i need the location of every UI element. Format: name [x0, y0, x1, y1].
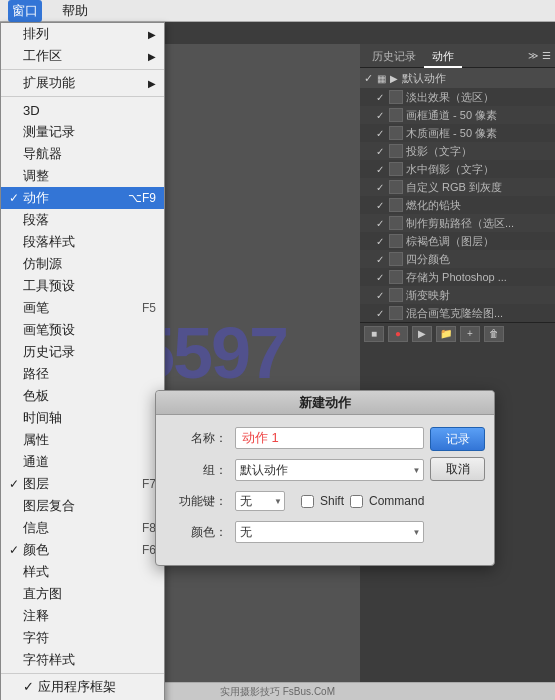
menu-item-char-style[interactable]: 字符样式: [1, 649, 164, 671]
new-action-dialog: 新建动作 名称： 组： 默认动作: [155, 390, 495, 566]
hotkey-row: 功能键： 无 ▼ Shift Command: [172, 491, 424, 511]
separator: [1, 96, 164, 97]
menu-item-history[interactable]: 历史记录: [1, 341, 164, 363]
tab-actions[interactable]: 动作: [424, 44, 462, 68]
menu-item-layers[interactable]: ✓ 图层 F7: [1, 473, 164, 495]
list-item[interactable]: ✓四分颜色: [360, 250, 555, 268]
hotkey-label: 功能键：: [172, 493, 227, 510]
folder-btn[interactable]: 📁: [436, 326, 456, 342]
menu-item-actions[interactable]: ✓ 动作 ⌥F9: [1, 187, 164, 209]
dialog-title: 新建动作: [156, 391, 494, 415]
shift-label: Shift: [320, 494, 344, 508]
menu-item-paths[interactable]: 路径: [1, 363, 164, 385]
shift-checkbox[interactable]: [301, 495, 314, 508]
menu-item-app-frame[interactable]: ✓ 应用程序框架: [1, 676, 164, 698]
menu-item-channels[interactable]: 通道: [1, 451, 164, 473]
hotkey-select[interactable]: 无: [235, 491, 285, 511]
panel-tab-icons: ≫ ☰: [528, 50, 551, 61]
bottom-credit: 实用摄影技巧 FsBus.CoM: [220, 685, 335, 699]
menu-bar: 窗口 帮助: [0, 0, 555, 22]
dialog-main-row: 名称： 组： 默认动作 ▼: [172, 427, 478, 553]
menu-item-clone-src[interactable]: 仿制源: [1, 253, 164, 275]
list-item[interactable]: ✓制作剪贴路径（选区...: [360, 214, 555, 232]
menu-item-parastyle[interactable]: 段落样式: [1, 231, 164, 253]
list-item[interactable]: ✓投影（文字）: [360, 142, 555, 160]
dialog-btn-col: 记录 取消: [430, 427, 485, 481]
actions-list: ✓淡出效果（选区） ✓画框通道 - 50 像素 ✓木质画框 - 50 像素 ✓投…: [360, 88, 555, 322]
list-item[interactable]: ✓棕褐色调（图层）: [360, 232, 555, 250]
record-action-btn[interactable]: 记录: [430, 427, 485, 451]
list-item[interactable]: ✓存储为 Photoshop ...: [360, 268, 555, 286]
group-select[interactable]: 默认动作: [235, 459, 424, 481]
menu-item-tool-preset[interactable]: 工具预设: [1, 275, 164, 297]
new-btn[interactable]: +: [460, 326, 480, 342]
menu-item-workspace[interactable]: 工作区 ▶: [1, 45, 164, 67]
group-label: 组：: [172, 462, 227, 479]
cancel-btn[interactable]: 取消: [430, 457, 485, 481]
dialog-fields: 名称： 组： 默认动作 ▼: [172, 427, 424, 553]
menu-item-notes[interactable]: 注释: [1, 605, 164, 627]
menu-item-swatches[interactable]: 色板: [1, 385, 164, 407]
color-label: 颜色：: [172, 524, 227, 541]
color-row: 颜色： 无 ▼: [172, 521, 424, 543]
record-btn[interactable]: ●: [388, 326, 408, 342]
group-select-wrapper: 默认动作 ▼: [235, 459, 424, 481]
menu-item-brush-preset[interactable]: 画笔预设: [1, 319, 164, 341]
menu-item-brush[interactable]: 画笔 F5: [1, 297, 164, 319]
menu-item-measure[interactable]: 测量记录: [1, 121, 164, 143]
menu-item-color[interactable]: ✓ 颜色 F6: [1, 539, 164, 561]
dropdown-menu: 排列 ▶ 工作区 ▶ 扩展功能 ▶ 3D 测量记录 导航器 调整 ✓ 动作 ⌥F…: [0, 22, 165, 700]
group-row: 组： 默认动作 ▼: [172, 459, 424, 481]
panel-tabs: 历史记录 动作 ≫ ☰: [360, 44, 555, 68]
list-item[interactable]: ✓木质画框 - 50 像素: [360, 124, 555, 142]
menu-item-info[interactable]: 信息 F8: [1, 517, 164, 539]
list-item[interactable]: ✓水中倒影（文字）: [360, 160, 555, 178]
separator: [1, 673, 164, 674]
separator: [1, 69, 164, 70]
hotkey-select-wrapper: 无 ▼: [235, 491, 285, 511]
play-btn[interactable]: ▶: [412, 326, 432, 342]
list-item[interactable]: ✓淡出效果（选区）: [360, 88, 555, 106]
actions-group-header: ✓ ▦ ▶ 默认动作: [360, 68, 555, 88]
list-item[interactable]: ✓混合画笔克隆绘图...: [360, 304, 555, 322]
list-item[interactable]: ✓画框通道 - 50 像素: [360, 106, 555, 124]
checkbox-row: Shift Command: [301, 494, 424, 508]
menu-item-styles[interactable]: 样式: [1, 561, 164, 583]
color-select-wrapper: 无 ▼: [235, 521, 424, 543]
actions-group-name: 默认动作: [402, 71, 446, 86]
list-item[interactable]: ✓渐变映射: [360, 286, 555, 304]
menu-item-timeline[interactable]: 时间轴: [1, 407, 164, 429]
color-select[interactable]: 无: [235, 521, 424, 543]
delete-btn[interactable]: 🗑: [484, 326, 504, 342]
menu-item-extend[interactable]: 扩展功能 ▶: [1, 72, 164, 94]
stop-btn[interactable]: ■: [364, 326, 384, 342]
dialog-body: 名称： 组： 默认动作 ▼: [156, 415, 494, 565]
name-input[interactable]: [235, 427, 424, 449]
command-label: Command: [369, 494, 424, 508]
menu-item-adjust[interactable]: 调整: [1, 165, 164, 187]
list-item[interactable]: ✓燃化的铅块: [360, 196, 555, 214]
command-checkbox[interactable]: [350, 495, 363, 508]
list-item[interactable]: ✓自定义 RGB 到灰度: [360, 178, 555, 196]
name-row: 名称：: [172, 427, 424, 449]
menu-item-histogram[interactable]: 直方图: [1, 583, 164, 605]
menu-item-character[interactable]: 字符: [1, 627, 164, 649]
menu-item-3d[interactable]: 3D: [1, 99, 164, 121]
menu-item-layer-comps[interactable]: 图层复合: [1, 495, 164, 517]
menu-item-navigator[interactable]: 导航器: [1, 143, 164, 165]
ps-right-panel: 历史记录 动作 ≫ ☰ ✓ ▦ ▶ 默认动作 ✓淡出效果（选区） ✓画框通道 -…: [360, 44, 555, 700]
panel-bottom: ■ ● ▶ 📁 + 🗑: [360, 322, 555, 344]
menu-item-arrange[interactable]: 排列 ▶: [1, 23, 164, 45]
menu-help[interactable]: 帮助: [58, 0, 92, 22]
menu-item-paragraph[interactable]: 段落: [1, 209, 164, 231]
menu-item-properties[interactable]: 属性: [1, 429, 164, 451]
menu-window[interactable]: 窗口: [8, 0, 42, 22]
tab-history[interactable]: 历史记录: [364, 44, 424, 68]
name-label: 名称：: [172, 430, 227, 447]
